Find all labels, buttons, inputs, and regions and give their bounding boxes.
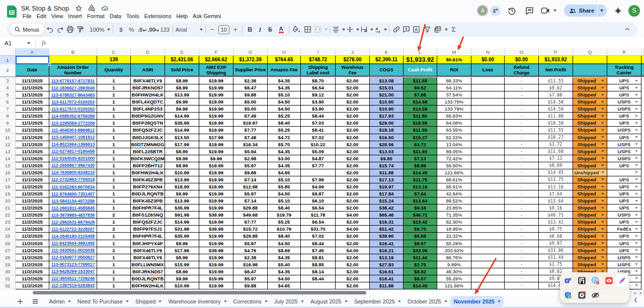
net-profit-cell[interactable]: $13.64 [539, 197, 573, 204]
create-filter-button[interactable] [423, 24, 433, 36]
loss-cell[interactable] [471, 155, 505, 162]
order-number-link[interactable]: 112-0274817-0195456 [51, 149, 95, 154]
data-cell-A32[interactable]: 11/2/2025 [16, 282, 49, 289]
comments-button[interactable] [523, 4, 536, 17]
roi-cell[interactable]: 23.85% [437, 204, 471, 212]
column-header-Q[interactable]: Q [573, 48, 607, 55]
tl-icon[interactable] [577, 276, 586, 285]
row-header-25[interactable]: 25 [0, 233, 16, 240]
loss-cell[interactable] [471, 176, 505, 183]
font-family-control[interactable]: Arial [176, 24, 203, 36]
order-link-cell[interactable]: 113-2295569-2772206 [49, 120, 97, 127]
loss-cell[interactable] [471, 233, 505, 240]
net-profit-cell[interactable]: $9.75 [539, 226, 573, 233]
carrier-dropdown-cell[interactable]: UPS [607, 120, 641, 127]
decrease-font-size-button[interactable]: − [208, 24, 216, 36]
loss-cell[interactable] [471, 141, 505, 148]
roi-cell[interactable]: 121.66% [437, 169, 471, 176]
refund-cell[interactable]: - [505, 127, 539, 134]
data-cell-I15[interactable]: $7.77 [301, 162, 336, 169]
data-cell-E17[interactable]: $13.99 [165, 176, 199, 183]
net-profit-cell[interactable]: $33.06 [539, 247, 573, 254]
loss-cell[interactable] [471, 282, 505, 289]
data-cell-F16[interactable]: $19.99 [199, 169, 233, 176]
roi-cell[interactable]: 133.79% [437, 98, 471, 106]
font-size-input[interactable]: 10 [218, 25, 229, 34]
order-number-link[interactable]: 113-6788327-8643463 [51, 92, 95, 97]
data-cell-H7[interactable]: $4.50 [268, 106, 301, 113]
data-cell-E31[interactable]: $9.99 [165, 275, 199, 282]
data-cell-D22[interactable]: B0FS1Z6SNQ [131, 212, 165, 219]
data-cell-H16[interactable]: $4.65 [268, 169, 301, 176]
refund-cell[interactable]: - [505, 77, 539, 84]
summary-cell-P1[interactable]: $1,933.92 [539, 56, 573, 64]
order-link-cell[interactable]: 112-1387519-5293843 [49, 282, 97, 289]
data-cell-C8[interactable]: 1 [97, 113, 131, 120]
order-number-link[interactable]: 112-4504511-7108249 [51, 276, 95, 281]
column-header-P[interactable]: P [539, 48, 573, 55]
menu-format[interactable]: Format [85, 13, 107, 20]
order-link-cell[interactable]: 114-7635800-9248210 [49, 169, 97, 176]
carrier-dropdown-cell[interactable]: USPS [607, 254, 641, 261]
net-profit-cell[interactable]: $10.27 [539, 134, 573, 141]
data-cell-H23[interactable]: $5.25 [268, 219, 301, 226]
roi-cell[interactable]: 55.29% [437, 275, 471, 282]
data-cell-I32[interactable] [301, 282, 336, 289]
data-cell-E3[interactable]: $8.99 [165, 77, 199, 84]
order-number-link[interactable]: 112-2661811-4585845 [51, 206, 95, 211]
data-cell-C21[interactable]: 1 [97, 204, 131, 212]
data-cell-J26[interactable]: $2.00 [336, 240, 370, 247]
order-link-cell[interactable]: 111-0162283-6670634 [49, 183, 97, 190]
data-cell-G25[interactable]: $29.88 [233, 233, 268, 240]
net-profit-cell[interactable]: $9.16 [539, 204, 573, 212]
bold-button[interactable]: B [245, 24, 255, 36]
data-cell-F4[interactable]: $19.99 [199, 84, 233, 91]
data-cell-D25[interactable]: B0FHPR7F4L [131, 233, 165, 240]
net-profit-cell[interactable]: $2.75 [539, 261, 573, 268]
row-header-1[interactable]: 1 [0, 56, 16, 64]
data-cell-J29[interactable]: $2.00 [336, 261, 370, 268]
gemini-button[interactable] [611, 4, 624, 17]
summary-cell-C1[interactable]: 139 [97, 56, 131, 64]
data-cell-J9[interactable]: $2.00 [336, 120, 370, 127]
data-cell-A24[interactable]: 11/2/2025 [16, 226, 49, 233]
status-dropdown-cell[interactable]: Shipped [573, 176, 607, 183]
data-cell-C5[interactable]: 1 [97, 91, 131, 98]
quill-icon[interactable] [617, 276, 626, 285]
data-cell-J13[interactable]: $2.00 [336, 148, 370, 155]
data-cell-E14[interactable]: $9.99 [165, 155, 199, 162]
data-cell-F23[interactable]: $19.99 [199, 219, 233, 226]
order-link-cell[interactable]: 114-2645190-2115458 [49, 233, 97, 240]
roi-cell[interactable]: 82.30% [437, 219, 471, 226]
data-cell-A23[interactable]: 11/2/2025 [16, 219, 49, 226]
order-number-link[interactable]: 114-7635800-9248210 [51, 170, 95, 175]
row-header-28[interactable]: 28 [0, 254, 16, 261]
status-dropdown-cell[interactable]: Shipped [573, 155, 607, 162]
data-cell-D19[interactable]: B0DJLRQNTB [131, 190, 165, 197]
cash-profit-cell[interactable]: $9.07 [404, 240, 437, 247]
status-dropdown-cell[interactable]: Shipped [573, 219, 607, 226]
shield-check-icon[interactable] [564, 290, 573, 299]
data-cell-D26[interactable]: B0FJHPYX4P [131, 240, 165, 247]
data-cell-D23[interactable]: B0FQ52FZJC [131, 219, 165, 226]
data-cell-C11[interactable]: 1 [97, 134, 131, 141]
column-header-I[interactable]: I [301, 48, 336, 55]
row-header-7[interactable]: 7 [0, 106, 16, 113]
data-cell-A14[interactable]: 11/1/2025 [16, 155, 49, 162]
data-cell-I3[interactable]: $8.70 [301, 77, 336, 84]
loss-cell[interactable] [471, 98, 505, 106]
data-cell-I20[interactable]: $6.10 [301, 197, 336, 204]
status-dropdown-cell[interactable]: Shipped [573, 106, 607, 113]
col-title-cash-profit[interactable]: Cash Profit [404, 64, 437, 76]
data-cell-D10[interactable]: B0FQ52FZJC [131, 127, 165, 134]
net-profit-cell[interactable]: $9.62 [539, 84, 573, 91]
refund-cell[interactable]: - [505, 91, 539, 98]
carrier-dropdown-cell[interactable]: FedEx [607, 226, 641, 233]
loss-cell[interactable] [471, 183, 505, 190]
data-cell-F3[interactable]: $19.99 [199, 77, 233, 84]
row-header-21[interactable]: 21 [0, 204, 16, 212]
refund-cell[interactable]: - [505, 84, 539, 91]
cash-profit-cell[interactable]: $9.07 [404, 275, 437, 282]
status-dropdown-cell[interactable]: Shipped [573, 240, 607, 247]
order-link-cell[interactable]: 113-1459407-1081812 [49, 134, 97, 141]
